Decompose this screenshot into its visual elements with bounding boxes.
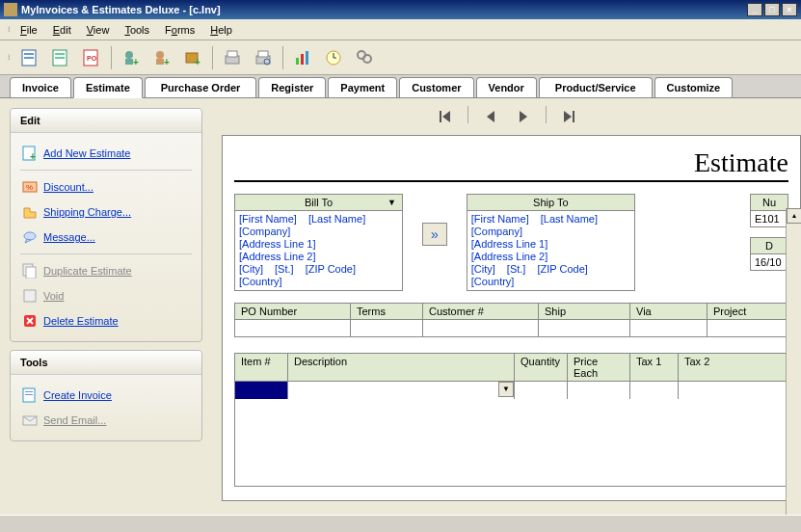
svg-point-34	[24, 232, 36, 240]
menu-help[interactable]: Help	[202, 22, 240, 38]
svg-marker-47	[442, 111, 450, 122]
menu-edit[interactable]: Edit	[45, 22, 79, 38]
maximize-button[interactable]: □	[764, 3, 780, 16]
tab-customer[interactable]: Customer	[399, 77, 473, 97]
date-field[interactable]: 16/10	[750, 254, 788, 271]
content-area: Estimate Bill To ▼ [First Name][Last Nam…	[212, 98, 801, 532]
svg-rect-12	[156, 59, 164, 65]
toolbar-chart-icon[interactable]	[291, 46, 314, 69]
minimize-button[interactable]: _	[747, 3, 762, 16]
svg-point-28	[363, 55, 371, 63]
grip-icon: ⁞	[8, 25, 9, 34]
info-grid: PO Number Terms Customer # Ship Via Proj…	[234, 303, 788, 337]
svg-text:+: +	[30, 151, 36, 161]
tab-customize[interactable]: Customize	[654, 77, 734, 97]
close-button[interactable]: ×	[782, 3, 797, 16]
message-link[interactable]: Message...	[20, 225, 192, 250]
menubar: ⁞ File Edit View Tools Forms Help	[0, 19, 801, 40]
record-nav	[212, 98, 801, 135]
bill-to-address[interactable]: [First Name][Last Name] [Company] [Addre…	[234, 211, 403, 291]
prev-record-button[interactable]	[480, 106, 501, 127]
items-row-selected[interactable]: ▼	[235, 382, 788, 399]
toolbar-clock-icon[interactable]	[322, 46, 345, 69]
tab-vendor[interactable]: Vendor	[476, 77, 537, 97]
titlebar: MyInvoices & Estimates Deluxe - [c.Inv] …	[0, 0, 801, 19]
ship-to-address[interactable]: [First Name][Last Name] [Company] [Addre…	[467, 211, 635, 291]
void-link[interactable]: Void	[20, 283, 192, 308]
bill-to-dropdown[interactable]: Bill To ▼	[234, 194, 403, 211]
svg-marker-49	[520, 111, 527, 122]
number-field[interactable]: E101	[750, 211, 788, 227]
copy-address-button[interactable]: »	[422, 223, 447, 246]
tab-estimate[interactable]: Estimate	[73, 77, 143, 98]
svg-rect-43	[25, 391, 33, 392]
menu-view[interactable]: View	[79, 22, 118, 38]
next-record-button[interactable]	[513, 106, 534, 127]
items-grid: Item # Description Quantity Price Each T…	[234, 353, 788, 487]
duplicate-icon	[22, 263, 38, 279]
tools-panel: Tools Create Invoice Send Email...	[10, 350, 202, 441]
tab-payment[interactable]: Payment	[328, 77, 397, 97]
delete-estimate-link[interactable]: Delete Estimate	[20, 308, 192, 333]
vertical-scrollbar[interactable]: ▴	[786, 208, 801, 515]
add-new-estimate-link[interactable]: + Add New Estimate	[20, 141, 192, 166]
send-email-link[interactable]: Send Email...	[20, 408, 192, 433]
first-record-button[interactable]	[435, 106, 456, 127]
svg-rect-5	[55, 57, 65, 59]
toolbar-add-product-icon[interactable]: +	[181, 46, 204, 69]
delete-icon	[22, 313, 38, 329]
svg-rect-9	[125, 59, 133, 65]
menu-forms[interactable]: Forms	[157, 22, 202, 38]
menu-file[interactable]: File	[13, 22, 45, 38]
add-icon: +	[22, 146, 38, 161]
svg-rect-38	[24, 290, 36, 302]
toolbar-add-person-icon[interactable]: +	[120, 46, 143, 69]
info-grid-row[interactable]	[234, 320, 788, 337]
items-body[interactable]	[235, 399, 788, 486]
tab-invoice[interactable]: Invoice	[10, 77, 71, 97]
toolbar-add-vendor-icon[interactable]: +	[150, 46, 174, 69]
svg-rect-4	[55, 53, 65, 55]
svg-text:PO: PO	[87, 55, 97, 62]
scroll-up-button[interactable]: ▴	[787, 208, 801, 224]
description-dropdown-button[interactable]: ▼	[498, 382, 514, 397]
grip-icon: ⁞	[8, 53, 9, 62]
svg-point-8	[125, 51, 133, 59]
toolbar-print-preview-icon[interactable]	[252, 46, 275, 69]
separator	[282, 46, 283, 69]
tab-register[interactable]: Register	[258, 77, 326, 97]
sidebar: Edit + Add New Estimate % Discount... Sh…	[0, 98, 212, 532]
number-label: Nu	[750, 194, 788, 211]
tools-panel-title: Tools	[11, 351, 201, 375]
duplicate-estimate-link[interactable]: Duplicate Estimate	[20, 258, 192, 283]
toolbar-print-icon[interactable]	[221, 46, 244, 69]
edit-panel-title: Edit	[11, 109, 201, 133]
bill-to-block: Bill To ▼ [First Name][Last Name] [Compa…	[234, 194, 403, 291]
menu-tools[interactable]: Tools	[117, 22, 157, 38]
svg-marker-35	[25, 239, 31, 243]
window-title: MyInvoices & Estimates Deluxe - [c.Inv]	[21, 4, 747, 15]
tab-purchase-order[interactable]: Purchase Order	[145, 77, 257, 97]
last-record-button[interactable]	[558, 106, 579, 127]
edit-panel: Edit + Add New Estimate % Discount... Sh…	[10, 108, 202, 342]
create-invoice-link[interactable]: Create Invoice	[20, 383, 192, 408]
discount-link[interactable]: % Discount...	[20, 174, 192, 200]
toolbar-find-icon[interactable]	[353, 46, 376, 69]
toolbar-estimate-icon[interactable]	[49, 46, 72, 69]
toolbar-po-icon[interactable]: PO	[80, 46, 103, 69]
ship-to-block: Ship To [First Name][Last Name] [Company…	[467, 194, 635, 291]
svg-text:+: +	[133, 57, 139, 67]
col-po-number: PO Number	[235, 304, 351, 319]
toolbar-new-invoice-icon[interactable]	[18, 46, 41, 69]
col-item: Item #	[235, 354, 288, 382]
col-tax1: Tax 1	[630, 354, 679, 382]
svg-rect-1	[24, 53, 34, 55]
ship-to-header: Ship To	[467, 194, 635, 211]
svg-text:+: +	[195, 57, 200, 67]
separator	[111, 46, 112, 69]
col-quantity: Quantity	[515, 354, 568, 382]
tab-product-service[interactable]: Product/Service	[539, 77, 653, 97]
svg-rect-22	[301, 54, 304, 65]
estimate-document: Estimate Bill To ▼ [First Name][Last Nam…	[222, 135, 801, 501]
shipping-charge-link[interactable]: Shipping Charge...	[20, 200, 192, 225]
